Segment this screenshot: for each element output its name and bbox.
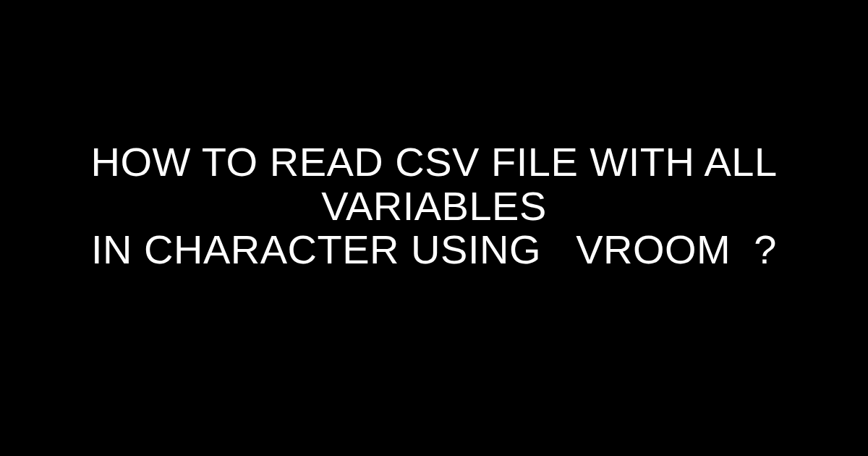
title-code-word: VROOM xyxy=(576,227,731,272)
title-line-2-part-2: ? xyxy=(754,227,777,272)
title-line-2-part-1: IN CHARACTER USING xyxy=(91,227,553,272)
title-container: HOW TO READ CSV FILE WITH ALL VARIABLES … xyxy=(0,140,868,271)
title-line-1: HOW TO READ CSV FILE WITH ALL VARIABLES xyxy=(90,139,777,228)
page-title: HOW TO READ CSV FILE WITH ALL VARIABLES … xyxy=(43,140,825,271)
